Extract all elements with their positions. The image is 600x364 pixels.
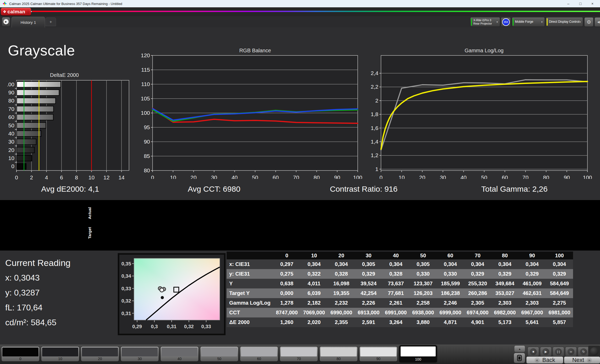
- pattern-patch-40[interactable]: 40: [161, 347, 198, 361]
- collapse-panel-button[interactable]: ◀: [595, 17, 600, 27]
- calman-menu-button[interactable]: ❖ calman ▼: [1, 8, 31, 15]
- table-column-header: 0: [273, 252, 300, 259]
- table-cell: 6991,000: [382, 308, 410, 317]
- pattern-up-button[interactable]: ▲: [514, 346, 525, 352]
- table-cell: 39,524: [355, 279, 382, 288]
- svg-text:8: 8: [75, 174, 78, 179]
- patch-label: 60: [241, 356, 277, 361]
- maximize-button[interactable]: □: [574, 2, 586, 6]
- grayscale-swatch-strip: Actual Target 0102030405060708090100: [0, 200, 600, 251]
- calman-logo-icon: ❖: [3, 9, 6, 14]
- table-row: Y0,6384,01116,09839,52473,637123,307185,…: [227, 279, 573, 288]
- table-cell: 42,254: [355, 288, 382, 298]
- next-button[interactable]: Next »: [564, 357, 600, 363]
- table-cell: 6938,000: [410, 308, 437, 317]
- svg-text:90: 90: [8, 89, 14, 95]
- pattern-patch-70[interactable]: 70: [280, 347, 318, 361]
- pattern-size-icon: [··]: [555, 348, 562, 355]
- play-button[interactable]: ▶: [540, 347, 552, 357]
- table-cell: 77,681: [382, 288, 410, 298]
- pattern-patch-50[interactable]: 50: [200, 347, 238, 361]
- pattern-patch-60[interactable]: 60: [240, 347, 278, 361]
- avg-de2000-stat: Avg dE2000: 4,1: [41, 185, 99, 194]
- pattern-patch-100[interactable]: 100: [399, 345, 437, 362]
- table-cell: 0,329: [355, 269, 382, 279]
- pattern-window-button[interactable]: [514, 353, 525, 363]
- table-cell: 2,261: [382, 298, 410, 308]
- svg-text:0,31: 0,31: [167, 324, 176, 329]
- svg-text:12: 12: [103, 174, 109, 179]
- meter-selector-dropdown[interactable]: X-Rite i1Pro 3 Rear Projector ▼: [470, 17, 500, 27]
- tab-history-1[interactable]: History 1: [12, 17, 45, 27]
- table-cell: 0,322: [300, 269, 328, 279]
- minimize-button[interactable]: –: [562, 2, 574, 6]
- table-cell: 2,303: [519, 298, 546, 308]
- svg-text:0,32: 0,32: [121, 298, 131, 304]
- table-cell: 2,226: [355, 298, 382, 308]
- table-row: x: CIE310,2970,3040,3040,3050,3040,3050,…: [227, 259, 573, 269]
- table-column-header: 80: [491, 252, 518, 259]
- table-cell: 6974,000: [464, 308, 491, 317]
- chevron-down-icon: ▼: [496, 21, 498, 23]
- svg-text:1,6: 1,6: [371, 125, 378, 131]
- pattern-patch-30[interactable]: 30: [121, 347, 159, 361]
- table-cell: 19,355: [328, 288, 355, 298]
- svg-text:80: 80: [543, 174, 549, 179]
- pattern-patch-20[interactable]: 20: [81, 347, 119, 361]
- table-cell: 349,684: [491, 279, 518, 288]
- table-cell: 6967,000: [519, 308, 546, 317]
- svg-text:30: 30: [440, 174, 446, 179]
- table-cell: 0,297: [273, 259, 300, 269]
- chevron-down-icon: ▼: [579, 21, 581, 23]
- refresh-button[interactable]: ↻: [578, 347, 589, 357]
- row-label: Gamma Log/Log: [227, 298, 273, 308]
- svg-text:40: 40: [461, 174, 467, 179]
- table-cell: 2,355: [328, 317, 355, 327]
- table-cell: 6990,000: [328, 308, 355, 317]
- display-control-dropdown[interactable]: Direct Display Control ▼: [546, 17, 583, 27]
- pattern-patch-10[interactable]: 10: [41, 347, 79, 361]
- pattern-patch-0[interactable]: 0: [2, 347, 39, 361]
- svg-text:0,35: 0,35: [121, 261, 131, 266]
- patch-label: 90: [360, 356, 396, 361]
- svg-text:0,29: 0,29: [132, 324, 142, 329]
- table-cell: 584,649: [546, 288, 573, 298]
- patch-label: 50: [201, 356, 237, 361]
- pattern-patch-80[interactable]: 80: [320, 347, 357, 361]
- stop-button[interactable]: ■: [528, 347, 539, 357]
- table-cell: 6981,000: [546, 308, 573, 317]
- svg-text:110: 110: [141, 81, 150, 87]
- patch-swatch: [82, 348, 118, 356]
- source-selector-dropdown[interactable]: Mobile Forge ▼: [512, 17, 545, 27]
- table-cell: 2,305: [464, 298, 491, 308]
- table-cell: 584,649: [546, 279, 573, 288]
- meter-exposure-badge[interactable]: 359: [501, 17, 511, 27]
- svg-text:115: 115: [141, 67, 150, 73]
- grayscale-data-table: 0102030405060708090100x: CIE310,2970,304…: [227, 252, 573, 327]
- svg-text:30: 30: [211, 174, 217, 179]
- table-cell: 0,305: [355, 259, 382, 269]
- contrast-ratio-stat: Contrast Ratio: 916: [330, 185, 397, 194]
- table-cell: 0,328: [382, 269, 410, 279]
- table-cell: 462,631: [519, 288, 546, 298]
- table-cell: 126,203: [410, 288, 437, 298]
- svg-text:20: 20: [8, 147, 14, 153]
- continuous-button[interactable]: ∞: [565, 347, 577, 357]
- pattern-patch-90[interactable]: 90: [360, 347, 397, 361]
- settings-button[interactable]: ⚙: [584, 17, 593, 27]
- page-title: Grayscale: [8, 42, 75, 59]
- svg-text:100: 100: [7, 81, 14, 87]
- tab-scroll-button[interactable]: ▶: [2, 17, 10, 26]
- svg-text:100: 100: [583, 174, 592, 179]
- svg-text:0,33: 0,33: [201, 324, 211, 329]
- table-row: Gamma Log/Log1,2782,1822,2322,2262,2612,…: [227, 298, 573, 308]
- table-column-header: 30: [355, 252, 382, 259]
- table-column-header: 70: [464, 252, 491, 259]
- svg-text:90: 90: [564, 174, 570, 179]
- close-button[interactable]: ×: [586, 2, 598, 6]
- pattern-size-button[interactable]: [··]: [553, 347, 564, 357]
- refresh-icon: ↻: [580, 348, 587, 355]
- back-button[interactable]: « Back: [526, 357, 563, 363]
- table-cell: 6913,000: [355, 308, 382, 317]
- add-tab-button[interactable]: +: [46, 18, 56, 26]
